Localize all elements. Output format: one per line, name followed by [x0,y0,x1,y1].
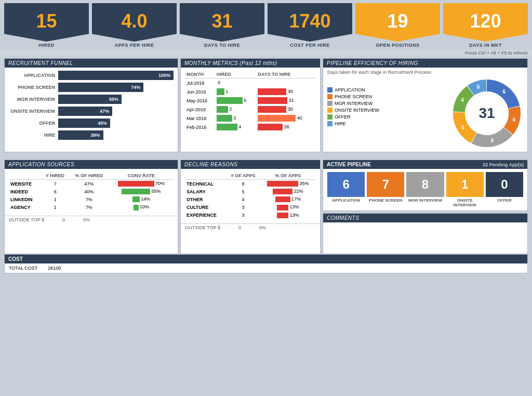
pipeline-stages: 6 APPLICATION 7 PHONE SCREEN 8 MGR INTER… [323,169,527,210]
legend-label: APPLICATION [335,87,365,93]
stage-box: 8 MGR INTERVIEW [406,172,444,207]
legend-color [327,114,332,120]
source-row: WEBSITE 7 47% 70% [9,180,174,188]
legend-item: OFFER [327,114,447,120]
kpi-value: 4.0 [92,3,177,42]
svg-text:4: 4 [461,97,464,103]
kpi-label: DAYS IN MKT [469,43,502,48]
pipeline-efficiency-panel: PIPELINE EFFICIENCY OF HIRING Days taken… [323,58,528,152]
mm-hired: 4 [215,123,257,131]
conv-bar [134,205,139,210]
legend-color [327,87,332,93]
stage-label: OFFER [497,198,511,203]
funnel-bar-wrap: 39% [58,130,174,140]
kpi-card: 15 HIRED [4,3,89,48]
cost-body: TOTAL COST 26100 [5,263,527,273]
legend-label: PHONE SCREEN [335,94,372,99]
kpi-label: OPEN POSITIONS [376,43,419,48]
source-row: LINKEDIN 1 7% 14% [9,195,174,203]
funnel-row: PHONE SCREEN 74% [9,83,174,92]
decline-pct: 35% [260,180,316,188]
source-hired: 1 [41,195,69,203]
recruitment-funnel-panel: RECRUITMENT FUNNEL APPLICATION 100% PHON… [4,58,178,152]
legend-item: HIRE [327,121,447,126]
cost-header: COST [5,255,527,263]
legend-color [327,121,332,126]
conv-bar [132,196,140,202]
decline-pct: 13% [260,212,316,219]
pipeline-content: APPLICATION PHONE SCREEN MGR INTERVIEW O… [327,77,523,150]
legend-label: HIRE [335,121,346,126]
source-hired: 7 [41,180,69,188]
mm-table: MONTH HIRED DAYS TO HIRE Jul-2016 0 Jun-… [185,71,316,131]
funnel-row: ONSITE INTERVIEW 47% [9,107,174,116]
legend-item: APPLICATION [327,87,447,93]
outside-hired: 0 [60,217,65,222]
mm-hired: 0 [215,78,257,88]
mm-col-hired: HIRED [215,71,257,78]
source-pct: 40% [69,188,109,195]
mm-subtitle: (Past 12 mths) [240,60,277,66]
svg-text:5: 5 [461,125,464,130]
src-col-name [9,172,41,180]
funnel-row-label: APPLICATION [9,73,58,78]
decline-outside-apps: 0 [236,225,241,230]
kpi-value: 31 [180,3,264,42]
sources-title: APPLICATION SOURCES [8,162,74,167]
kpi-label: COST PER HIRE [290,43,330,48]
mm-hired: 1 [215,87,257,96]
mm-days: 30 [256,87,316,96]
svg-text:6: 6 [503,89,506,95]
dec-col-apps: # OF APPS [226,172,260,180]
mm-month: Jul-2016 [185,78,215,88]
source-hired: 6 [41,188,69,195]
svg-text:6: 6 [491,138,494,143]
kpi-card: 120 DAYS IN MKT [443,3,528,48]
dec-col-pct: % OF APPS [260,172,316,180]
stage-box: 1 ONSITE INTERVIEW [446,172,484,207]
decline-row: OTHER 4 17% [185,195,316,203]
stage-label: PHONE SCREEN [369,198,402,203]
conv-bar [118,181,154,187]
stage-label: MGR INTERVIEW [408,198,442,203]
source-conv: 70% [109,180,174,188]
decline-panel: DECLINE REASONS # OF APPS % OF APPS TECH… [180,160,321,254]
decline-bar [267,181,298,187]
kpi-label: DAYS TO HIRE [204,43,240,48]
decline-bar [277,213,288,218]
decline-pct: 13% [260,203,316,211]
refresh-bar: Press Ctrl + Alt + F5 to refresh [0,50,532,56]
cost-value: 26100 [48,266,61,271]
source-name: INDEED [9,188,41,195]
header-kpi-row: 15 HIRED 4.0 APPS PER HIRE 31 DAYS TO HI… [0,0,532,50]
outside-label: OUTSIDE TOP $ [9,217,44,222]
funnel-row-label: ONSITE INTERVIEW [9,109,58,114]
funnel-bar: 100% [58,71,174,80]
decline-row: EXPERIENCE 3 13% [185,212,316,219]
mm-days: 30 [256,105,316,114]
source-pct: 7% [69,203,109,211]
funnel-row-label: HIRE [9,133,58,138]
stage-label: APPLICATION [332,198,360,203]
legend-label: MGR INTERVIEW [335,101,373,106]
mm-hired: 3 [215,114,257,123]
mm-title: MONTHLY METRICS [184,60,238,66]
sources-table: # HIRED % OF HIRED CONV RATE WEBSITE 7 4… [9,172,174,212]
refresh-text: Press Ctrl + Alt + F5 to refresh [465,50,528,56]
mm-month: Feb-2016 [185,123,215,131]
source-row: AGENCY 1 7% 10% [9,203,174,211]
mm-days: 26 [256,123,316,131]
legend-item: PHONE SCREEN [327,94,447,99]
stage-number: 0 [486,172,523,197]
active-pipeline-title: ACTIVE PIPELINE [327,162,371,167]
decline-title: DECLINE REASONS [184,162,238,167]
decline-apps: 3 [226,203,260,211]
kpi-card: 4.0 APPS PER HIRE [92,3,177,48]
decline-bar [273,189,292,194]
legend-item: MGR INTERVIEW [327,101,447,106]
decline-bar [275,196,290,202]
stage-label: ONSITE INTERVIEW [446,198,484,207]
stage-number: 1 [446,172,484,197]
decline-row: SALARY 5 22% [185,188,316,195]
row2-grid: APPLICATION SOURCES # HIRED % OF HIRED C… [0,160,532,254]
